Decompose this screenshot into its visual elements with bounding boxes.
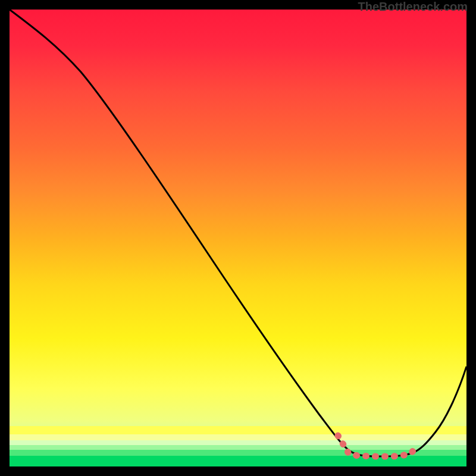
source-attribution: TheBottleneck.com: [358, 0, 468, 14]
curve-overlay: [10, 10, 466, 466]
plot-area: [10, 10, 466, 466]
optimal-zone-marker: [338, 436, 416, 456]
bottleneck-curve: [10, 10, 466, 456]
